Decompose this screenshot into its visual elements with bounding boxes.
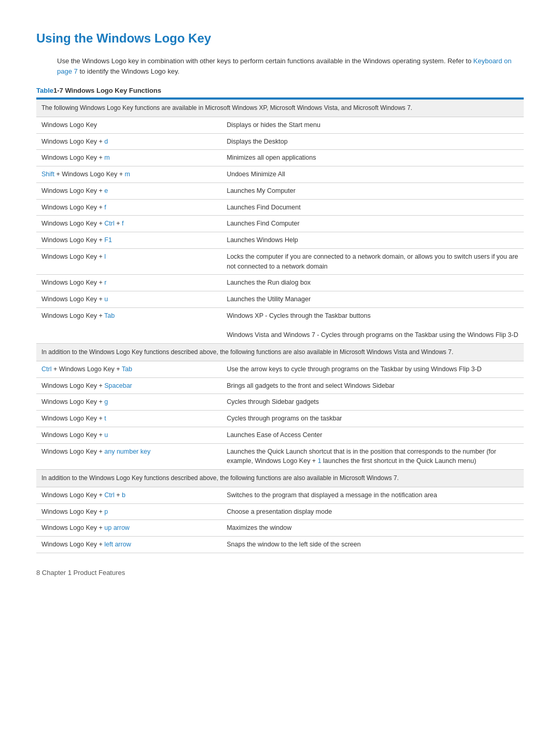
table-row: Windows Logo Key + Ctrl + b Switches to … (36, 487, 524, 503)
table-row: Windows Logo Key + Ctrl + f Launches Fin… (36, 216, 524, 232)
table-row: Windows Logo Key + u Launches the Utilit… (36, 291, 524, 308)
windows-logo-key-table: The following Windows Logo Key functions… (36, 97, 524, 553)
table-row: Windows Logo Key + any number key Launch… (36, 443, 524, 470)
table-row: Windows Logo Key + t Cycles through prog… (36, 411, 524, 427)
table-row: Shift + Windows Logo Key + m Undoes Mini… (36, 166, 524, 183)
table-row: Windows Logo Key + up arrow Maximizes th… (36, 520, 524, 537)
table-row: Windows Logo Key + r Launches the Run di… (36, 275, 524, 291)
table-row: Windows Logo Key + u Launches Ease of Ac… (36, 427, 524, 443)
table-row: Windows Logo Key + p Choose a presentati… (36, 503, 524, 520)
table-row: Windows Logo Key + m Minimizes all open … (36, 150, 524, 166)
table-row: Windows Logo Key + d Displays the Deskto… (36, 133, 524, 150)
footer: 8 Chapter 1 Product Features (36, 569, 524, 577)
section2-header: In addition to the Windows Logo Key func… (36, 344, 524, 361)
table-row: Windows Logo Key Displays or hides the S… (36, 117, 524, 133)
table-row: Windows Logo Key + f Launches Find Docum… (36, 199, 524, 216)
intro-paragraph: Use the Windows Logo key in combination … (57, 56, 524, 76)
table-row: Windows Logo Key + l Locks the computer … (36, 248, 524, 275)
section1-header: The following Windows Logo Key functions… (36, 100, 524, 117)
table-row: Windows Logo Key + Spacebar Brings all g… (36, 377, 524, 394)
section3-header: In addition to the Windows Logo Key func… (36, 470, 524, 487)
table-row: Windows Logo Key + e Launches My Compute… (36, 182, 524, 199)
table-row: Windows Logo Key + F1 Launches Windows H… (36, 232, 524, 249)
table-title: Table1-7 Windows Logo Key Functions (36, 87, 524, 94)
table-row: Windows Logo Key + g Cycles through Side… (36, 394, 524, 411)
table-row: Ctrl + Windows Logo Key + Tab Use the ar… (36, 361, 524, 377)
page-title: Using the Windows Logo Key (36, 31, 524, 46)
table-row: Windows Logo Key + Tab Windows XP - Cycl… (36, 307, 524, 343)
table-row: Windows Logo Key + left arrow Snaps the … (36, 537, 524, 553)
